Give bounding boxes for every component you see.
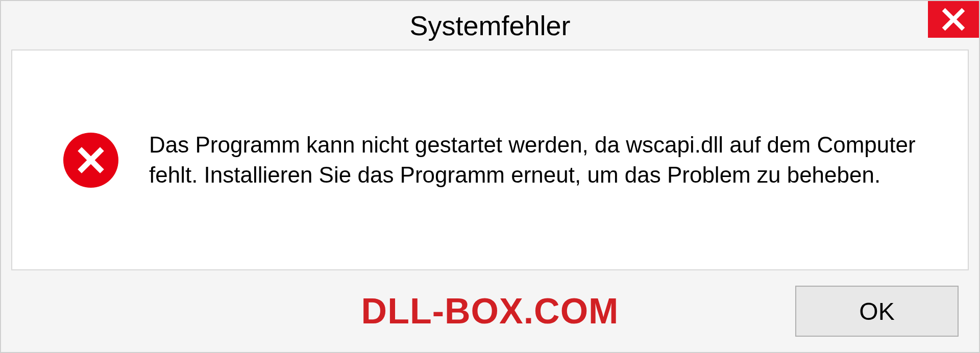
- content-panel: Das Programm kann nicht gestartet werden…: [11, 49, 969, 270]
- error-message: Das Programm kann nicht gestartet werden…: [149, 130, 927, 189]
- ok-button-label: OK: [859, 297, 894, 325]
- error-icon-wrap: [63, 133, 118, 188]
- error-icon: [63, 133, 118, 188]
- ok-button[interactable]: OK: [795, 286, 959, 337]
- close-icon: [939, 5, 968, 34]
- titlebar: Systemfehler: [1, 1, 979, 49]
- watermark-text: DLL-BOX.COM: [361, 291, 619, 332]
- dialog-title: Systemfehler: [409, 10, 570, 41]
- close-button[interactable]: [928, 1, 979, 38]
- dialog-footer: DLL-BOX.COM OK: [1, 270, 979, 352]
- error-dialog: Systemfehler Das Programm kann nicht ges…: [0, 0, 980, 353]
